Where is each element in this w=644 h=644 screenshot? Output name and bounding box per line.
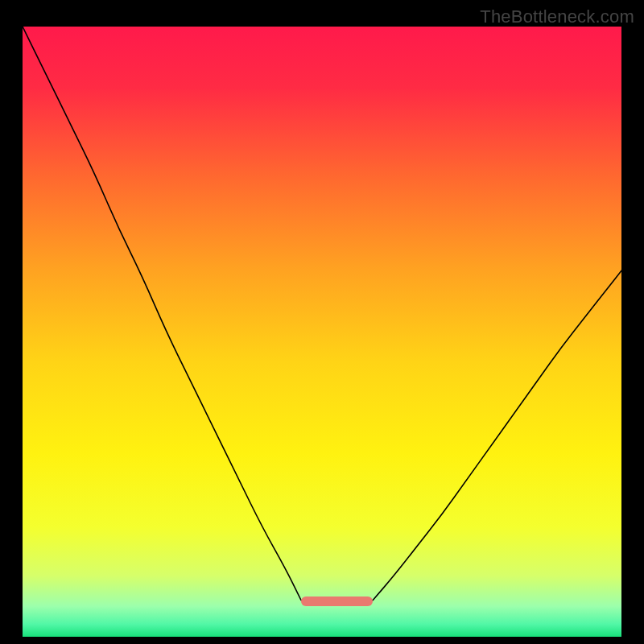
bottom-highlight-segment bbox=[301, 597, 373, 606]
watermark-text: TheBottleneck.com bbox=[480, 6, 634, 27]
plot-area bbox=[23, 27, 621, 637]
gradient-background bbox=[23, 27, 621, 637]
chart-stage: TheBottleneck.com bbox=[0, 0, 644, 644]
svg-rect-0 bbox=[23, 27, 621, 637]
